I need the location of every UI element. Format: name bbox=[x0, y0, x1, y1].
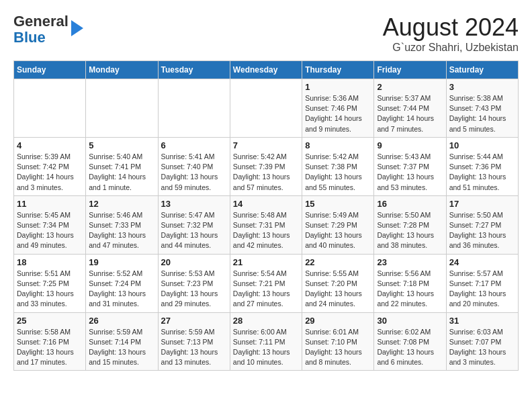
calendar-cell: 17Sunrise: 5:50 AMSunset: 7:27 PMDayligh… bbox=[446, 195, 518, 254]
calendar-table: SundayMondayTuesdayWednesdayThursdayFrid… bbox=[13, 60, 519, 371]
day-info: Sunrise: 5:40 AMSunset: 7:41 PMDaylight:… bbox=[89, 152, 154, 193]
day-number: 25 bbox=[17, 316, 83, 326]
day-number: 23 bbox=[377, 257, 443, 267]
calendar-week-row: 11Sunrise: 5:45 AMSunset: 7:34 PMDayligh… bbox=[14, 195, 519, 254]
day-info: Sunrise: 6:03 AMSunset: 7:07 PMDaylight:… bbox=[449, 327, 515, 368]
day-header-sunday: Sunday bbox=[14, 61, 86, 79]
day-info: Sunrise: 5:54 AMSunset: 7:21 PMDaylight:… bbox=[233, 269, 299, 310]
calendar-cell: 25Sunrise: 5:58 AMSunset: 7:16 PMDayligh… bbox=[14, 312, 86, 371]
calendar-cell: 10Sunrise: 5:44 AMSunset: 7:36 PMDayligh… bbox=[446, 137, 518, 195]
day-info: Sunrise: 5:45 AMSunset: 7:34 PMDaylight:… bbox=[17, 210, 83, 251]
day-info: Sunrise: 5:57 AMSunset: 7:17 PMDaylight:… bbox=[449, 269, 515, 310]
day-number: 28 bbox=[233, 316, 299, 326]
day-info: Sunrise: 5:50 AMSunset: 7:27 PMDaylight:… bbox=[449, 210, 515, 251]
day-info: Sunrise: 5:46 AMSunset: 7:33 PMDaylight:… bbox=[89, 210, 154, 251]
day-info: Sunrise: 5:58 AMSunset: 7:16 PMDaylight:… bbox=[17, 327, 83, 368]
calendar-cell: 21Sunrise: 5:54 AMSunset: 7:21 PMDayligh… bbox=[230, 254, 302, 312]
calendar-week-row: 18Sunrise: 5:51 AMSunset: 7:25 PMDayligh… bbox=[14, 254, 519, 312]
calendar-cell bbox=[14, 79, 86, 138]
calendar-subtitle: G`uzor Shahri, Uzbekistan bbox=[383, 42, 519, 54]
day-info: Sunrise: 5:42 AMSunset: 7:39 PMDaylight:… bbox=[233, 152, 299, 193]
page-header: General Blue August 2024 G`uzor Shahri, … bbox=[13, 13, 519, 54]
day-number: 18 bbox=[17, 257, 83, 267]
day-number: 13 bbox=[161, 199, 227, 209]
day-info: Sunrise: 5:44 AMSunset: 7:36 PMDaylight:… bbox=[449, 152, 515, 193]
day-number: 30 bbox=[377, 316, 443, 326]
calendar-cell: 26Sunrise: 5:59 AMSunset: 7:14 PMDayligh… bbox=[86, 312, 158, 371]
calendar-cell: 29Sunrise: 6:01 AMSunset: 7:10 PMDayligh… bbox=[302, 312, 374, 371]
calendar-title: August 2024 bbox=[383, 13, 519, 42]
calendar-cell: 7Sunrise: 5:42 AMSunset: 7:39 PMDaylight… bbox=[230, 137, 302, 195]
day-info: Sunrise: 5:50 AMSunset: 7:28 PMDaylight:… bbox=[377, 210, 443, 251]
day-number: 29 bbox=[305, 316, 371, 326]
calendar-cell: 8Sunrise: 5:42 AMSunset: 7:38 PMDaylight… bbox=[302, 137, 374, 195]
logo-general: General bbox=[13, 13, 69, 30]
day-number: 19 bbox=[89, 257, 154, 267]
day-info: Sunrise: 6:01 AMSunset: 7:10 PMDaylight:… bbox=[305, 327, 371, 368]
day-info: Sunrise: 5:43 AMSunset: 7:37 PMDaylight:… bbox=[377, 152, 443, 193]
day-number: 27 bbox=[161, 316, 227, 326]
calendar-cell: 24Sunrise: 5:57 AMSunset: 7:17 PMDayligh… bbox=[446, 254, 518, 312]
calendar-cell: 31Sunrise: 6:03 AMSunset: 7:07 PMDayligh… bbox=[446, 312, 518, 371]
day-info: Sunrise: 5:39 AMSunset: 7:42 PMDaylight:… bbox=[17, 152, 83, 193]
day-info: Sunrise: 5:55 AMSunset: 7:20 PMDaylight:… bbox=[305, 269, 371, 310]
calendar-cell: 19Sunrise: 5:52 AMSunset: 7:24 PMDayligh… bbox=[86, 254, 158, 312]
calendar-cell: 11Sunrise: 5:45 AMSunset: 7:34 PMDayligh… bbox=[14, 195, 86, 254]
day-info: Sunrise: 5:56 AMSunset: 7:18 PMDaylight:… bbox=[377, 269, 443, 310]
day-info: Sunrise: 5:37 AMSunset: 7:44 PMDaylight:… bbox=[377, 93, 443, 134]
logo-arrow-icon bbox=[71, 20, 83, 36]
calendar-cell bbox=[158, 79, 230, 138]
calendar-cell: 27Sunrise: 5:59 AMSunset: 7:13 PMDayligh… bbox=[158, 312, 230, 371]
calendar-cell: 23Sunrise: 5:56 AMSunset: 7:18 PMDayligh… bbox=[374, 254, 446, 312]
calendar-cell: 16Sunrise: 5:50 AMSunset: 7:28 PMDayligh… bbox=[374, 195, 446, 254]
calendar-week-row: 4Sunrise: 5:39 AMSunset: 7:42 PMDaylight… bbox=[14, 137, 519, 195]
calendar-week-row: 25Sunrise: 5:58 AMSunset: 7:16 PMDayligh… bbox=[14, 312, 519, 371]
calendar-cell: 5Sunrise: 5:40 AMSunset: 7:41 PMDaylight… bbox=[86, 137, 158, 195]
day-info: Sunrise: 5:53 AMSunset: 7:23 PMDaylight:… bbox=[161, 269, 227, 310]
day-info: Sunrise: 5:47 AMSunset: 7:32 PMDaylight:… bbox=[161, 210, 227, 251]
day-number: 8 bbox=[305, 140, 371, 150]
calendar-header-row: SundayMondayTuesdayWednesdayThursdayFrid… bbox=[14, 61, 519, 79]
day-number: 4 bbox=[17, 140, 83, 150]
title-block: August 2024 G`uzor Shahri, Uzbekistan bbox=[383, 13, 519, 54]
calendar-week-row: 1Sunrise: 5:36 AMSunset: 7:46 PMDaylight… bbox=[14, 79, 519, 138]
calendar-cell: 15Sunrise: 5:49 AMSunset: 7:29 PMDayligh… bbox=[302, 195, 374, 254]
calendar-cell: 20Sunrise: 5:53 AMSunset: 7:23 PMDayligh… bbox=[158, 254, 230, 312]
calendar-cell: 9Sunrise: 5:43 AMSunset: 7:37 PMDaylight… bbox=[374, 137, 446, 195]
day-info: Sunrise: 6:02 AMSunset: 7:08 PMDaylight:… bbox=[377, 327, 443, 368]
day-number: 9 bbox=[377, 140, 443, 150]
day-info: Sunrise: 5:36 AMSunset: 7:46 PMDaylight:… bbox=[305, 93, 371, 134]
day-number: 26 bbox=[89, 316, 154, 326]
day-info: Sunrise: 5:41 AMSunset: 7:40 PMDaylight:… bbox=[161, 152, 227, 193]
day-number: 12 bbox=[89, 199, 154, 209]
day-number: 6 bbox=[161, 140, 227, 150]
day-number: 15 bbox=[305, 199, 371, 209]
day-info: Sunrise: 5:42 AMSunset: 7:38 PMDaylight:… bbox=[305, 152, 371, 193]
calendar-cell: 3Sunrise: 5:38 AMSunset: 7:43 PMDaylight… bbox=[446, 79, 518, 138]
day-header-monday: Monday bbox=[86, 61, 158, 79]
day-number: 14 bbox=[233, 199, 299, 209]
calendar-cell bbox=[86, 79, 158, 138]
day-number: 10 bbox=[449, 140, 515, 150]
logo: General Blue bbox=[13, 13, 83, 46]
calendar-cell: 6Sunrise: 5:41 AMSunset: 7:40 PMDaylight… bbox=[158, 137, 230, 195]
day-number: 7 bbox=[233, 140, 299, 150]
calendar-cell: 18Sunrise: 5:51 AMSunset: 7:25 PMDayligh… bbox=[14, 254, 86, 312]
day-info: Sunrise: 5:48 AMSunset: 7:31 PMDaylight:… bbox=[233, 210, 299, 251]
day-info: Sunrise: 6:00 AMSunset: 7:11 PMDaylight:… bbox=[233, 327, 299, 368]
calendar-cell: 12Sunrise: 5:46 AMSunset: 7:33 PMDayligh… bbox=[86, 195, 158, 254]
day-number: 24 bbox=[449, 257, 515, 267]
day-number: 1 bbox=[305, 82, 371, 92]
logo-blue: Blue bbox=[13, 29, 46, 46]
day-header-thursday: Thursday bbox=[302, 61, 374, 79]
day-number: 17 bbox=[449, 199, 515, 209]
day-info: Sunrise: 5:59 AMSunset: 7:13 PMDaylight:… bbox=[161, 327, 227, 368]
day-info: Sunrise: 5:52 AMSunset: 7:24 PMDaylight:… bbox=[89, 269, 154, 310]
day-number: 22 bbox=[305, 257, 371, 267]
calendar-cell: 14Sunrise: 5:48 AMSunset: 7:31 PMDayligh… bbox=[230, 195, 302, 254]
day-info: Sunrise: 5:38 AMSunset: 7:43 PMDaylight:… bbox=[449, 93, 515, 134]
day-header-friday: Friday bbox=[374, 61, 446, 79]
calendar-cell: 13Sunrise: 5:47 AMSunset: 7:32 PMDayligh… bbox=[158, 195, 230, 254]
calendar-cell bbox=[230, 79, 302, 138]
calendar-cell: 4Sunrise: 5:39 AMSunset: 7:42 PMDaylight… bbox=[14, 137, 86, 195]
